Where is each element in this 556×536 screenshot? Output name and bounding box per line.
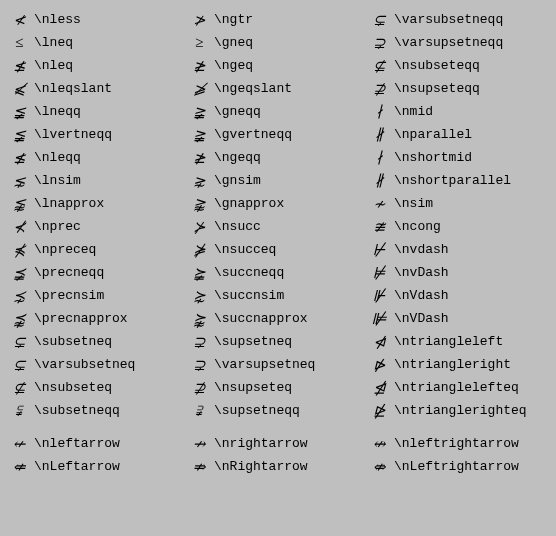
latex-command: \subsetneqq: [34, 403, 120, 418]
symbol-glyph: ∤: [364, 103, 394, 121]
symbol-glyph: ⪵: [4, 264, 34, 282]
table-cell: ⫋\subsetneqq: [4, 402, 184, 419]
table-cell: ⪵\precneqq: [4, 264, 184, 282]
symbol-glyph: ⊯: [364, 310, 394, 328]
table-row: ⋠\npreceq⋡\nsucceq⊬\nvdash: [4, 238, 552, 261]
latex-command: \lvertneqq: [34, 127, 112, 142]
latex-command: \nsucceq: [214, 242, 276, 257]
symbol-glyph: ≩: [184, 103, 214, 121]
table-cell: ⪶\succneqq: [184, 264, 364, 282]
table-cell: ⊉\nsupseteq: [184, 379, 364, 397]
symbol-glyph: ∦: [364, 126, 394, 144]
latex-command: \nLeftarrow: [34, 459, 120, 474]
symbol-glyph: ⋦: [4, 172, 34, 190]
symbol-glyph: ⇏: [184, 458, 214, 476]
latex-command: \ngeq: [214, 58, 253, 73]
symbol-glyph: ⩽̸: [4, 80, 34, 98]
latex-command: \nleqq: [34, 150, 81, 165]
symbol-glyph: ⊈: [4, 379, 34, 397]
table-cell: ≨\lvertneqq: [4, 126, 184, 144]
table-cell: ⇏\nRightarrow: [184, 458, 364, 476]
table-cell: ⊬\nvdash: [364, 241, 544, 259]
table-cell: ⇎\nLeftrightarrow: [364, 458, 544, 476]
symbol-glyph: ⊊: [4, 356, 34, 374]
table-cell: ≥\gneq: [184, 34, 364, 51]
table-row: ≤\lneq≥\gneq⊋\varsupsetneqq: [4, 31, 552, 54]
table-row: ⊊\subsetneq⊋\supsetneq⋪\ntriangleleft: [4, 330, 552, 353]
table-cell: ≤\lneq: [4, 34, 184, 51]
latex-command: \nVDash: [394, 311, 449, 326]
latex-command: \gneqq: [214, 104, 261, 119]
table-cell: ⊊\subsetneq: [4, 333, 184, 351]
latex-command: \ntriangleleft: [394, 334, 503, 349]
table-cell: ⪹\precnapprox: [4, 310, 184, 328]
latex-command: \nsubseteqq: [394, 58, 480, 73]
table-cell: ∦\nshortparallel: [364, 172, 544, 190]
latex-command: \nshortmid: [394, 150, 472, 165]
table-cell: ≰\nleqq: [4, 149, 184, 167]
latex-command: \supsetneqq: [214, 403, 300, 418]
table-cell: ⊈\nsubseteqq: [364, 57, 544, 75]
symbol-glyph: ≱: [184, 57, 214, 75]
latex-command: \gnsim: [214, 173, 261, 188]
table-cell: ⪉\lnapprox: [4, 195, 184, 213]
symbol-glyph: ≤: [4, 34, 34, 51]
symbol-glyph: ⊈: [364, 57, 394, 75]
table-cell: ⋧\gnsim: [184, 172, 364, 190]
symbol-glyph: ⋡: [184, 241, 214, 259]
table-cell: ⋠\npreceq: [4, 241, 184, 259]
symbol-glyph: ⪹: [4, 310, 34, 328]
latex-command: \lneq: [34, 35, 73, 50]
latex-command: \nleqslant: [34, 81, 112, 96]
latex-command: \ngeqq: [214, 150, 261, 165]
latex-command: \varsubsetneqq: [394, 12, 503, 27]
latex-command: \nLeftrightarrow: [394, 459, 519, 474]
symbol-glyph: ⇎: [364, 458, 394, 476]
table-row: ⊊\varsubsetneq⊋\varsupsetneq⋫\ntriangler…: [4, 353, 552, 376]
latex-command: \ntrianglerighteq: [394, 403, 527, 418]
table-row: ⋦\lnsim⋧\gnsim∦\nshortparallel: [4, 169, 552, 192]
latex-command: \nleftrightarrow: [394, 436, 519, 451]
symbol-glyph: ⋪: [364, 333, 394, 351]
latex-command: \gnapprox: [214, 196, 284, 211]
symbol-glyph: ⊭: [364, 264, 394, 282]
table-cell: ≨\lneqq: [4, 103, 184, 121]
table-cell: ⪊\gnapprox: [184, 195, 364, 213]
table-row: ⫋\subsetneqq⫌\supsetneqq⋭\ntriangleright…: [4, 399, 552, 422]
table-cell: ⋪\ntriangleleft: [364, 333, 544, 351]
latex-command: \nless: [34, 12, 81, 27]
symbol-glyph: ⪺: [184, 310, 214, 328]
latex-command: \nvDash: [394, 265, 449, 280]
table-cell: ≰\nleq: [4, 57, 184, 75]
table-row: ⪉\lnapprox⪊\gnapprox≁\nsim: [4, 192, 552, 215]
latex-command: \nshortparallel: [394, 173, 511, 188]
table-cell: ⊋\varsupsetneqq: [364, 34, 544, 52]
latex-command: \nsucc: [214, 219, 261, 234]
symbol-glyph: ⊬: [364, 241, 394, 259]
table-cell: ↛\nrightarrow: [184, 435, 364, 453]
latex-command: \nprec: [34, 219, 81, 234]
symbol-glyph: ⪉: [4, 195, 34, 213]
table-cell: ⊮\nVdash: [364, 287, 544, 305]
symbol-glyph: ⋬: [364, 379, 394, 397]
latex-command: \lnapprox: [34, 196, 104, 211]
table-cell: ≱\ngeq: [184, 57, 364, 75]
table-row: ⇍\nLeftarrow⇏\nRightarrow⇎\nLeftrightarr…: [4, 455, 552, 478]
latex-command: \nleq: [34, 58, 73, 73]
latex-command: \nRightarrow: [214, 459, 308, 474]
symbol-glyph: ↮: [364, 435, 394, 453]
table-cell: ≱\ngeqq: [184, 149, 364, 167]
latex-command: \gvertneqq: [214, 127, 292, 142]
table-row: ⊈\nsubseteq⊉\nsupseteq⋬\ntrianglelefteq: [4, 376, 552, 399]
table-row: ↚\nleftarrow↛\nrightarrow↮\nleftrightarr…: [4, 432, 552, 455]
table-cell: ⊀\nprec: [4, 218, 184, 236]
table-cell: ⋨\precnsim: [4, 287, 184, 305]
symbol-glyph: ⪊: [184, 195, 214, 213]
latex-command: \varsubsetneq: [34, 357, 135, 372]
latex-command: \lnsim: [34, 173, 81, 188]
table-cell: ⊈\nsubseteq: [4, 379, 184, 397]
table-cell: ⋬\ntrianglelefteq: [364, 379, 544, 397]
table-row: ≮\nless≯\ngtr⊊\varsubsetneqq: [4, 8, 552, 31]
symbol-glyph: ⫌: [184, 402, 214, 419]
symbol-glyph: ≮: [4, 11, 34, 29]
